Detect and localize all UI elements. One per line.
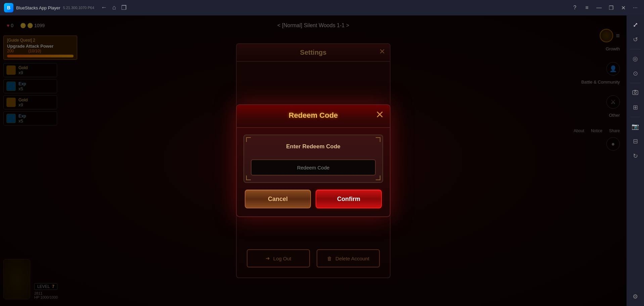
redeem-modal: Redeem Code Enter Redeem Code <box>236 104 390 217</box>
redeem-input-container: Enter Redeem Code <box>243 135 383 183</box>
redeem-close-button[interactable] <box>374 109 385 120</box>
confirm-button[interactable]: Confirm <box>316 190 382 208</box>
menu-button[interactable]: ≡ <box>582 3 592 12</box>
sidebar-divider-3 <box>630 117 641 117</box>
sidebar-resize-icon[interactable]: ⤢ <box>629 18 642 32</box>
sidebar-shrink-icon[interactable]: ⊟ <box>629 135 642 148</box>
svg-point-3 <box>634 92 636 94</box>
delete-account-button-bg: 🗑 Delete Account <box>317 249 380 267</box>
svg-rect-2 <box>633 91 638 95</box>
copy-button[interactable]: ❐ <box>121 4 127 11</box>
back-button[interactable]: ← <box>101 4 107 11</box>
sidebar-record-icon[interactable]: ⊙ <box>629 67 642 80</box>
redeem-buttons: Cancel Confirm <box>243 190 383 210</box>
sidebar-screenshot-icon[interactable] <box>629 86 642 99</box>
redeem-code-input[interactable] <box>251 159 376 175</box>
redeem-input-label: Enter Redeem Code <box>251 143 376 150</box>
settings-bottom-buttons: ➜ Log Out 🗑 Delete Account <box>237 249 390 267</box>
help-button[interactable]: ? <box>570 3 580 12</box>
app-version: 5.21.300.1070 P64 <box>63 6 94 10</box>
title-bar: B BlueStacks App Player 5.21.300.1070 P6… <box>0 0 644 15</box>
sidebar-rotate-icon[interactable]: ↺ <box>629 33 642 46</box>
app-logo: B <box>4 3 13 12</box>
sidebar-settings-icon[interactable]: ⚙ <box>629 290 642 303</box>
logout-button-bg: ➜ Log Out <box>247 249 310 267</box>
sidebar-camera-icon[interactable]: ◎ <box>629 52 642 65</box>
close-x-icon <box>376 111 383 118</box>
game-background: ♥ 0 🪙 🪙 1099 < [Normal] Silent Woods 1-1… <box>0 15 627 306</box>
nav-buttons: ← ⌂ ❐ <box>101 4 127 11</box>
home-button[interactable]: ⌂ <box>112 4 116 11</box>
redeem-title: Redeem Code <box>289 111 338 119</box>
corner-br-decoration <box>376 175 380 180</box>
settings-title-bar: Settings <box>237 44 390 62</box>
cancel-button[interactable]: Cancel <box>245 190 311 208</box>
redeem-header: Redeem Code <box>237 105 390 128</box>
restore-button[interactable]: ❐ <box>606 3 616 12</box>
sidebar-sync-icon[interactable]: ↻ <box>629 149 642 163</box>
sidebar-divider-1 <box>630 49 641 49</box>
redeem-body: Enter Redeem Code Cancel Confirm <box>237 128 390 216</box>
settings-title: Settings <box>300 49 327 56</box>
settings-close-bg: ✕ <box>379 47 385 56</box>
app-name: BlueStacks App Player <box>16 5 60 10</box>
svg-rect-4 <box>634 90 636 91</box>
more-button[interactable]: ··· <box>631 3 640 12</box>
window-controls: ? ≡ — ❐ ✕ ··· <box>570 3 640 12</box>
corner-bl-decoration <box>246 175 251 180</box>
sidebar-divider-2 <box>630 83 641 83</box>
corner-tr-decoration <box>376 137 380 142</box>
right-sidebar: ⤢ ↺ ◎ ⊙ ⊞ 📷 ⊟ ↻ ⚙ <box>627 15 644 306</box>
sidebar-expand-icon[interactable]: ⊞ <box>629 101 642 114</box>
close-button[interactable]: ✕ <box>618 3 628 12</box>
minimize-button[interactable]: — <box>594 3 604 12</box>
corner-tl-decoration <box>246 137 251 142</box>
sidebar-camera2-icon[interactable]: 📷 <box>629 120 642 133</box>
